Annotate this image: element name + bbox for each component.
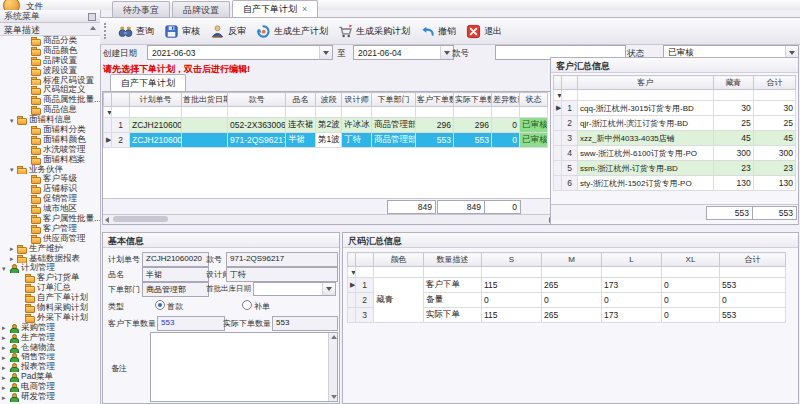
type-radio-first[interactable]: [155, 300, 165, 310]
reverse-audit-button[interactable]: 反审: [205, 22, 251, 41]
column-header[interactable]: 藏青: [713, 76, 753, 90]
sidebar-item[interactable]: ▸ 生产维护: [0, 244, 100, 254]
column-header[interactable]: 计划单号: [130, 93, 182, 107]
sidebar-item[interactable]: 面辅料分类: [0, 125, 100, 135]
sidebar-item[interactable]: 商品分类: [0, 36, 100, 46]
caret-icon[interactable]: ▸: [2, 323, 9, 332]
style-no-field[interactable]: 971-2QS96217: [226, 252, 338, 267]
table-row[interactable]: 2 qjr-浙江杭州-滨江订货专用-BD 25 25: [554, 116, 796, 131]
caret-icon[interactable]: ▸: [2, 383, 9, 392]
tab-brand-settings[interactable]: 品牌设置: [172, 1, 230, 17]
exit-button[interactable]: 退出: [461, 22, 507, 41]
column-header[interactable]: 状态: [520, 93, 548, 107]
date-from-picker[interactable]: 2021-06-03: [147, 45, 333, 60]
table-row[interactable]: 4 sww-浙江杭州-6100订货专用-PO 300 300: [554, 146, 796, 161]
caret-icon[interactable]: ▸: [2, 373, 9, 382]
sidebar-item[interactable]: 面辅料颜色: [0, 135, 100, 145]
caret-icon[interactable]: ▸: [2, 363, 9, 372]
sidebar-item[interactable]: ▾ 面辅料信息: [0, 115, 100, 125]
query-button[interactable]: 查询: [113, 22, 159, 41]
column-header[interactable]: L: [602, 253, 662, 267]
sidebar-item[interactable]: ▸ 仓储物流: [0, 343, 100, 353]
sidebar-item[interactable]: 外采下单计划: [0, 313, 100, 323]
product-field[interactable]: 半裙: [142, 267, 209, 282]
sidebar-item[interactable]: 标准尺码设置: [0, 76, 100, 86]
generate-production-plan-button[interactable]: 生成生产计划: [251, 22, 333, 41]
column-header[interactable]: 款号: [228, 93, 286, 107]
column-header[interactable]: S: [482, 253, 542, 267]
plan-no-field[interactable]: ZCJH21060020: [142, 252, 209, 267]
table-row[interactable]: ▶ 1 cqq-浙江杭州-3015订货专用-BD 30 30: [554, 101, 796, 116]
sidebar-item[interactable]: 订单汇总: [0, 283, 100, 293]
column-header[interactable]: 数量描述: [424, 253, 482, 267]
table-row[interactable]: 5 ssm-浙江杭州-订货专用-BD 23 23: [554, 161, 796, 176]
tab-self-production-plan[interactable]: 自产下单计划×: [232, 0, 318, 17]
inner-tab-self-production-plan[interactable]: 自产下单计划: [110, 74, 186, 91]
caret-icon[interactable]: ▾: [10, 116, 17, 125]
actual-qty-field[interactable]: 553: [272, 316, 338, 331]
generate-purchase-plan-button[interactable]: 生成采购计划: [333, 22, 415, 41]
sidebar-item[interactable]: ▸ 采购管理: [0, 323, 100, 333]
sidebar-item[interactable]: 客户管理: [0, 224, 100, 234]
sidebar-item[interactable]: ▸ Pad菜单: [0, 372, 100, 382]
cust-qty-field[interactable]: 553: [157, 316, 225, 331]
sidebar-item[interactable]: 商品颜色: [0, 46, 100, 56]
caret-icon[interactable]: ▸: [2, 353, 9, 362]
caret-icon[interactable]: ▸: [10, 254, 17, 263]
sidebar-item[interactable]: 商品属性批量...: [0, 95, 100, 105]
sidebar-item[interactable]: ▸ 销售管理: [0, 353, 100, 363]
horizontal-scrollbar[interactable]: [103, 214, 555, 224]
sidebar-item[interactable]: 自产下单计划: [0, 293, 100, 303]
sidebar-item[interactable]: 客户订货单: [0, 273, 100, 283]
sidebar-item[interactable]: 波段设置: [0, 66, 100, 76]
sidebar-item[interactable]: ▸ 生产管理: [0, 333, 100, 343]
sidebar-item[interactable]: 尺码组定义: [0, 85, 100, 95]
caret-icon[interactable]: ▾: [2, 264, 9, 273]
sidebar-item[interactable]: 店铺标识: [0, 184, 100, 194]
sidebar-item[interactable]: ▸ 电商管理: [0, 382, 100, 392]
caret-icon[interactable]: ▸: [10, 244, 17, 253]
table-row[interactable]: ▶ 2 ZCJH21060020 971-2QS96217 半裙 第1波 丁特 …: [104, 133, 548, 148]
column-header[interactable]: 下单部门: [372, 93, 416, 107]
chevron-down-icon[interactable]: [322, 283, 335, 295]
first-out-date-picker[interactable]: [253, 282, 336, 296]
dept-field[interactable]: 商品管理部: [142, 282, 209, 297]
column-header[interactable]: 品名: [286, 93, 316, 107]
sidebar-item[interactable]: ▸ 基础数据报表: [0, 254, 100, 264]
column-header[interactable]: 客户: [578, 76, 714, 90]
filter-row[interactable]: ▼: [554, 90, 796, 101]
filter-row[interactable]: ▼: [348, 267, 786, 278]
remark-textarea[interactable]: [150, 332, 338, 402]
filter-row[interactable]: ▼: [104, 107, 548, 118]
sidebar-item[interactable]: ▸ 研发管理: [0, 392, 100, 402]
tab-todo[interactable]: 待办事宜: [112, 1, 170, 17]
sidebar-item[interactable]: 促销管理: [0, 194, 100, 204]
sidebar-item[interactable]: 客户属性批量...: [0, 214, 100, 224]
table-row[interactable]: 6 sty-浙江杭州-1502订货专用-PO 130 130: [554, 176, 796, 191]
designer-field[interactable]: 丁特: [226, 267, 338, 282]
column-header[interactable]: 客户下单数量: [416, 93, 454, 107]
column-header[interactable]: M: [542, 253, 602, 267]
column-header[interactable]: 实际下单数量: [454, 93, 492, 107]
audit-button[interactable]: 审核: [159, 22, 205, 41]
toolbar-grip[interactable]: [104, 23, 109, 39]
caret-icon[interactable]: ▾: [10, 165, 17, 174]
type-radio-supplement[interactable]: [242, 300, 252, 310]
sidebar-item[interactable]: 面辅料档案: [0, 155, 100, 165]
sidebar-item[interactable]: 供应商管理: [0, 234, 100, 244]
close-icon[interactable]: ×: [302, 4, 307, 14]
column-header[interactable]: 差异数量: [492, 93, 520, 107]
caret-icon[interactable]: ▸: [2, 343, 9, 352]
sidebar-item[interactable]: 水洗唛管理: [0, 145, 100, 155]
column-header[interactable]: 波段: [316, 93, 342, 107]
sidebar-item[interactable]: 城市地区: [0, 204, 100, 214]
table-row[interactable]: 3 xzz_新中州4033-4035店铺 45 45: [554, 131, 796, 146]
sidebar-item[interactable]: 物料采购计划: [0, 303, 100, 313]
column-header[interactable]: XL: [662, 253, 720, 267]
scroll-up-icon[interactable]: [90, 26, 96, 30]
pin-icon[interactable]: [88, 13, 96, 21]
column-header[interactable]: 合计: [720, 253, 786, 267]
chevron-down-icon[interactable]: [319, 46, 332, 59]
scroll-down-icon[interactable]: [331, 395, 337, 399]
table-row[interactable]: 1 ZCJH21060024 052-2X363006-1 连衣裙 第2波 许冰…: [104, 118, 548, 133]
